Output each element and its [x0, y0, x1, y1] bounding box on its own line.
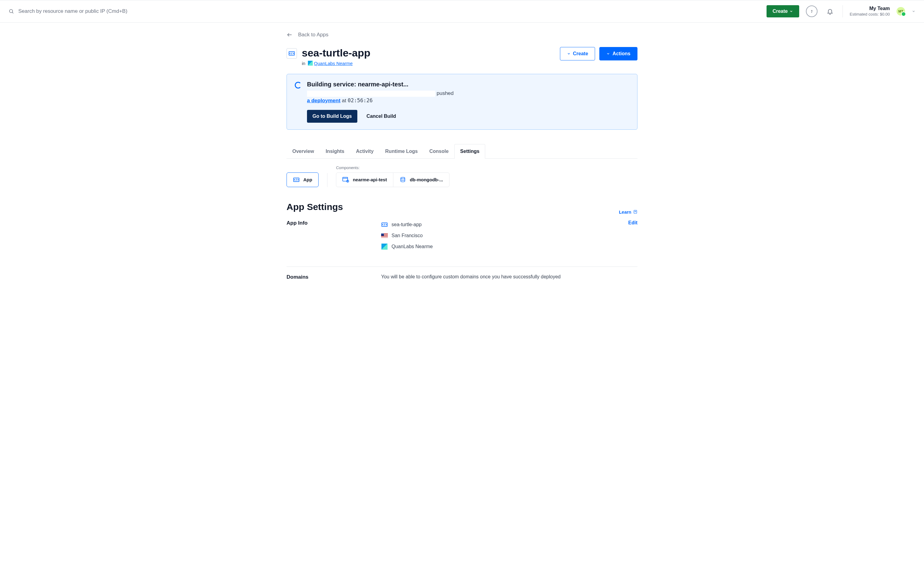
team-switcher[interactable]: My Team Estimated costs: $0.00	[849, 6, 890, 17]
tab-activity[interactable]: Activity	[350, 144, 380, 159]
app-tabs: OverviewInsightsActivityRuntime LogsCons…	[287, 144, 637, 159]
question-icon	[810, 9, 814, 14]
svg-point-2	[812, 12, 812, 12]
svg-line-16	[384, 224, 385, 225]
component-pill-database[interactable]: db-mongodb-...	[393, 173, 449, 187]
database-icon	[399, 176, 406, 183]
edit-app-info-button[interactable]: Edit	[628, 220, 637, 225]
section-heading: App Settings	[287, 202, 343, 212]
build-status-banner: Building service: nearme-api-test... pus…	[287, 74, 637, 130]
team-name: My Team	[849, 6, 890, 12]
banner-push-line: pushed	[307, 90, 629, 97]
team-cost: Estimated costs: $0.00	[849, 12, 890, 17]
domains-description: You will be able to configure custom dom…	[381, 274, 607, 280]
project-link[interactable]: QuanLabs Nearme	[314, 61, 353, 66]
create-button[interactable]: Create	[560, 47, 595, 61]
bell-icon	[827, 8, 833, 15]
tab-insights[interactable]: Insights	[320, 144, 350, 159]
app-info-section: App Info sea-turtle-app San Francisco Qu…	[287, 220, 637, 263]
chevron-down-icon	[789, 9, 793, 13]
page-header: sea-turtle-app in QuanLabs Nearme Create…	[287, 47, 637, 66]
tab-overview[interactable]: Overview	[287, 144, 320, 159]
setting-label: App Info	[287, 220, 369, 255]
chevron-down-icon	[567, 52, 571, 56]
setting-label: Domains	[287, 274, 369, 280]
app-icon	[287, 48, 297, 59]
global-search[interactable]	[9, 8, 767, 15]
help-button[interactable]	[806, 6, 817, 17]
arrow-left-icon	[287, 32, 293, 38]
service-icon	[342, 176, 349, 183]
svg-line-7	[296, 179, 297, 181]
tab-console[interactable]: Console	[424, 144, 454, 159]
learn-link[interactable]: Learn	[619, 209, 637, 214]
actions-button[interactable]: Actions	[599, 47, 637, 61]
divider	[287, 266, 637, 267]
chevron-down-icon	[606, 52, 610, 56]
app-icon	[381, 222, 388, 227]
tab-runtime-logs[interactable]: Runtime Logs	[379, 144, 424, 159]
component-pill-service[interactable]: nearme-api-test	[336, 173, 393, 187]
app-pill[interactable]: App	[287, 173, 318, 187]
create-resource-button[interactable]: Create	[767, 5, 800, 17]
divider	[327, 173, 328, 187]
search-icon	[9, 9, 14, 14]
app-info-name: sea-turtle-app	[381, 222, 607, 227]
app-title: sea-turtle-app	[302, 47, 370, 59]
topbar-actions: Create My Team Estimated costs: $0.00 MT	[767, 5, 915, 17]
spinner-icon	[295, 82, 301, 89]
app-info-project: QuanLabs Nearme	[381, 244, 607, 249]
project-icon	[381, 244, 388, 249]
chevron-down-icon[interactable]	[912, 9, 915, 13]
component-label: db-mongodb-...	[410, 177, 443, 182]
project-icon	[308, 61, 313, 65]
deploy-time: 02:56:26	[348, 97, 373, 104]
component-label: nearme-api-test	[353, 177, 387, 182]
app-info-region: San Francisco	[381, 233, 607, 238]
svg-line-5	[291, 53, 292, 54]
svg-point-11	[401, 177, 405, 179]
app-project-line: in QuanLabs Nearme	[302, 61, 370, 66]
components-label: Components:	[336, 165, 449, 170]
banner-deploy-line: a deployment at 02:56:26	[307, 97, 629, 104]
svg-point-0	[9, 9, 13, 13]
redacted-text	[307, 91, 435, 97]
notifications-button[interactable]	[824, 6, 836, 17]
banner-title: Building service: nearme-api-test...	[307, 81, 629, 88]
flag-us-icon	[381, 233, 388, 238]
top-bar: Create My Team Estimated costs: $0.00 MT	[0, 0, 924, 23]
back-link-label: Back to Apps	[298, 32, 328, 38]
svg-line-1	[12, 12, 13, 13]
back-to-apps-link[interactable]: Back to Apps	[287, 32, 328, 38]
cancel-build-button[interactable]: Cancel Build	[365, 113, 398, 119]
tab-settings[interactable]: Settings	[454, 144, 485, 159]
component-selector: App Components: nearme-api-test db-mongo…	[287, 165, 637, 187]
app-pill-label: App	[303, 177, 312, 182]
deployment-link[interactable]: a deployment	[307, 98, 340, 104]
avatar[interactable]: MT	[896, 7, 905, 16]
domains-section: Domains You will be able to configure cu…	[287, 274, 637, 289]
go-to-build-logs-button[interactable]: Go to Build Logs	[307, 110, 357, 123]
doc-icon	[633, 210, 637, 214]
search-input[interactable]	[18, 8, 164, 15]
app-icon	[293, 176, 300, 183]
